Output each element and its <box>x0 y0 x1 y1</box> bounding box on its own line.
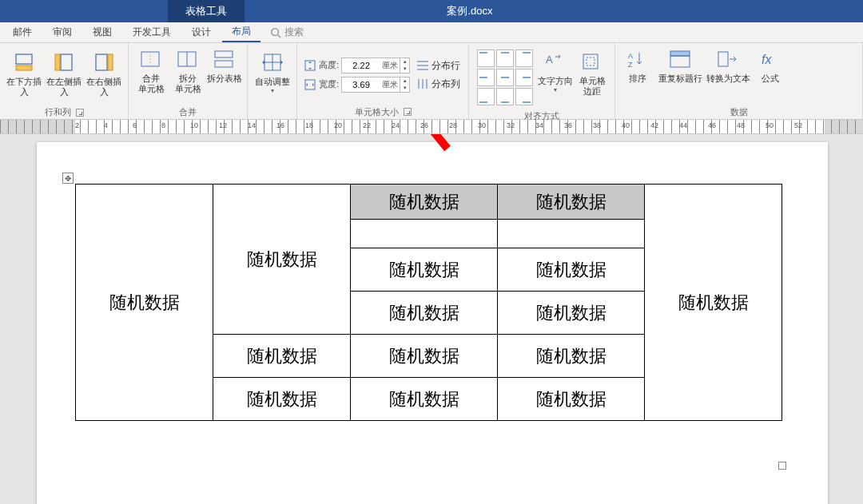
svg-text:fx: fx <box>762 53 772 66</box>
align-top-center[interactable] <box>496 50 514 67</box>
table-cell[interactable]: 随机数据 <box>498 248 645 292</box>
insert-left-button[interactable]: 在左侧插入 <box>45 46 83 104</box>
distribute-rows-button[interactable]: 分布行 <box>416 59 460 73</box>
height-spinner[interactable]: 厘米 ▴▾ <box>341 58 410 73</box>
align-middle-left[interactable] <box>477 69 495 86</box>
text-direction-button[interactable]: A 文字方向 ▾ <box>538 49 573 106</box>
table-cell[interactable]: 随机数据 <box>351 378 498 421</box>
width-up[interactable]: ▴ <box>400 77 409 85</box>
table-move-handle[interactable]: ✥ <box>62 173 74 184</box>
svg-rect-13 <box>215 61 233 67</box>
distribute-cols-icon <box>416 78 429 89</box>
group-merge: 合并 单元格 拆分 单元格 拆分表格 合并 <box>129 43 248 119</box>
align-bottom-right[interactable] <box>515 88 533 105</box>
height-up[interactable]: ▴ <box>400 58 409 65</box>
insert-below-icon <box>11 50 37 75</box>
table-cell[interactable]: 随机数据 <box>213 378 351 421</box>
split-cells-icon <box>177 50 199 72</box>
table-resize-handle[interactable] <box>778 462 786 470</box>
svg-rect-30 <box>670 51 690 56</box>
width-input[interactable] <box>342 80 380 89</box>
svg-rect-4 <box>61 54 72 70</box>
col-width-icon <box>304 78 316 91</box>
context-tab-table-tools[interactable]: 表格工具 <box>168 0 245 22</box>
table-cell[interactable] <box>351 220 498 248</box>
table-cell[interactable]: 随机数据 <box>351 335 498 378</box>
document-area[interactable]: ✥ 随机数据随机数据随机数据随机数据随机数据随机数据随机数据随机数据随机数据随机… <box>0 134 863 504</box>
convert-to-text-button[interactable]: 转换为文本 <box>705 46 751 104</box>
svg-text:A: A <box>546 54 553 65</box>
distribute-rows-icon <box>416 60 429 71</box>
group-cell-size: 高度: 厘米 ▴▾ 宽度: 厘米 ▴▾ <box>297 43 469 119</box>
tab-view[interactable]: 视图 <box>83 23 121 42</box>
repeat-header-button[interactable]: 重复标题行 <box>657 46 703 104</box>
tab-layout[interactable]: 布局 <box>222 22 260 42</box>
svg-rect-5 <box>55 54 60 70</box>
svg-rect-12 <box>215 51 233 58</box>
table-cell[interactable]: 随机数据 <box>498 378 645 421</box>
alignment-grid <box>474 46 536 109</box>
tab-review[interactable]: 审阅 <box>43 23 82 42</box>
table-cell[interactable]: 随机数据 <box>498 335 645 378</box>
svg-text:Z: Z <box>628 61 633 69</box>
group-autofit: 自动调整 ▾ <box>248 43 297 119</box>
document-table[interactable]: 随机数据随机数据随机数据随机数据随机数据随机数据随机数据随机数据随机数据随机数据… <box>75 184 782 421</box>
align-bottom-center[interactable] <box>496 88 514 105</box>
width-down[interactable]: ▾ <box>400 85 409 92</box>
tab-design[interactable]: 设计 <box>182 23 221 42</box>
height-input[interactable] <box>342 61 380 70</box>
align-middle-center[interactable] <box>496 69 514 86</box>
table-cell[interactable]: 随机数据 <box>498 185 645 220</box>
search-label: 搜索 <box>284 26 304 39</box>
align-bottom-left[interactable] <box>477 88 495 105</box>
table-cell[interactable] <box>498 220 645 248</box>
cell-margins-button[interactable]: 单元格 边距 <box>575 49 610 106</box>
table-cell[interactable]: 随机数据 <box>213 185 351 335</box>
table-cell[interactable]: 随机数据 <box>351 248 498 292</box>
svg-text:A: A <box>628 52 633 60</box>
page: ✥ 随机数据随机数据随机数据随机数据随机数据随机数据随机数据随机数据随机数据随机… <box>37 142 828 504</box>
split-table-icon <box>213 50 236 72</box>
document-title: 案例.docx <box>245 0 695 22</box>
autofit-button[interactable]: 自动调整 ▾ <box>253 46 292 104</box>
cell-size-dialog-launcher[interactable] <box>404 108 412 116</box>
table-cell[interactable]: 随机数据 <box>213 335 351 378</box>
formula-button[interactable]: fx 公式 <box>753 46 788 104</box>
sort-icon: AZ <box>626 50 649 72</box>
split-cells-button[interactable]: 拆分 单元格 <box>170 46 205 104</box>
table-cell[interactable]: 随机数据 <box>351 292 498 335</box>
search-box[interactable]: 搜索 <box>270 26 304 39</box>
svg-rect-3 <box>16 65 32 70</box>
insert-below-button[interactable]: 在下方插入 <box>5 46 43 104</box>
align-top-right[interactable] <box>515 50 533 67</box>
width-spinner[interactable]: 厘米 ▴▾ <box>341 77 410 93</box>
table-cell[interactable]: 随机数据 <box>351 185 498 220</box>
insert-right-button[interactable]: 在右侧插入 <box>85 46 123 104</box>
height-down[interactable]: ▾ <box>400 65 409 73</box>
split-table-button[interactable]: 拆分表格 <box>207 46 242 104</box>
merge-cells-icon <box>140 50 162 72</box>
svg-line-1 <box>278 34 281 38</box>
table-cell[interactable]: 随机数据 <box>76 185 213 421</box>
table-cell[interactable]: 随机数据 <box>498 292 645 335</box>
search-icon <box>270 27 281 38</box>
table-cell[interactable]: 随机数据 <box>645 185 782 421</box>
svg-rect-7 <box>108 54 113 70</box>
convert-to-text-icon <box>717 50 739 72</box>
insert-right-icon <box>91 50 117 75</box>
svg-rect-2 <box>16 54 32 64</box>
rows-cols-dialog-launcher[interactable] <box>76 109 84 117</box>
tab-mail[interactable]: 邮件 <box>3 23 42 42</box>
row-height-icon <box>304 59 316 72</box>
align-middle-right[interactable] <box>515 69 533 86</box>
group-data: AZ 排序 重复标题行 转换为文本 fx 公式 数据 <box>615 43 863 119</box>
distribute-cols-button[interactable]: 分布列 <box>416 77 460 91</box>
width-label: 宽度: <box>319 78 339 90</box>
align-top-left[interactable] <box>477 50 495 67</box>
formula-icon: fx <box>759 50 781 72</box>
merge-cells-button[interactable]: 合并 单元格 <box>133 46 169 104</box>
horizontal-ruler[interactable]: 2468101214161820222426283032343638404244… <box>0 120 863 134</box>
tab-developer[interactable]: 开发工具 <box>123 23 181 42</box>
cell-margins-icon <box>581 52 603 74</box>
sort-button[interactable]: AZ 排序 <box>620 46 655 104</box>
